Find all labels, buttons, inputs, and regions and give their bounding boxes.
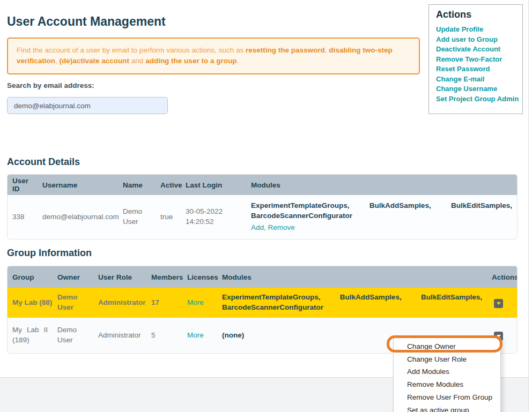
column-header-actions: Actions	[487, 266, 517, 288]
menu-item-remove-modules[interactable]: Remove Modules	[394, 378, 500, 391]
cell-user-id: 338	[8, 195, 38, 239]
actions-panel-title: Actions	[436, 9, 515, 20]
menu-item-set-as-active-group[interactable]: Set as active group	[394, 404, 500, 412]
account-table-row: 338 demo@elabjournal.com Demo User true …	[8, 195, 517, 239]
cell-user-role: Administrator	[93, 318, 146, 353]
action-link-change-email[interactable]: Change E-mail	[436, 74, 515, 85]
action-link-remove-two-factor[interactable]: Remove Two-Factor	[436, 55, 515, 65]
info-text-emphasis: adding the user to a group	[145, 57, 237, 65]
cell-members: 5	[146, 318, 182, 353]
search-label: Search by email address:	[7, 81, 94, 89]
group-information-heading: Group Information	[7, 248, 92, 259]
cell-members: 17	[146, 288, 182, 318]
row-actions-context-menu: Change Owner Change User Role Add Module…	[393, 338, 501, 412]
column-header-name: Name	[118, 175, 156, 195]
page: User Account Management Find the account…	[0, 0, 532, 412]
info-text-segment: Find the account of a user by email to p…	[17, 46, 246, 54]
add-module-link[interactable]: Add	[251, 223, 264, 231]
info-text-emphasis: resetting the password	[246, 46, 325, 54]
cell-last-login: 30-05-2022 14:20:52	[181, 195, 246, 239]
account-details-heading: Account Details	[7, 156, 80, 168]
info-banner: Find the account of a user by email to p…	[7, 38, 420, 74]
cell-name: Demo User	[118, 195, 156, 239]
group-table-header-row: Group Owner User Role Members Licenses M…	[8, 266, 517, 288]
column-header-members: Members	[146, 266, 182, 288]
cell-actions	[487, 288, 517, 318]
column-header-last-login: Last Login	[181, 175, 246, 195]
menu-item-change-user-role[interactable]: Change User Role	[394, 353, 500, 366]
column-header-active: Active	[156, 175, 181, 195]
page-right-edge-divider	[528, 0, 529, 412]
links-separator: ,	[264, 223, 268, 231]
menu-item-change-owner[interactable]: Change Owner	[394, 340, 500, 353]
column-header-modules: Modules	[217, 266, 487, 288]
action-link-reset-password[interactable]: Reset Password	[436, 64, 515, 74]
cell-licenses: More	[182, 318, 217, 353]
account-table-header-row: User ID Username Name Active Last Login …	[8, 175, 517, 195]
column-header-username: Username	[38, 175, 118, 195]
cell-active: true	[156, 195, 181, 239]
menu-item-remove-user-from-group[interactable]: Remove User From Group	[394, 391, 500, 404]
remove-module-link[interactable]: Remove	[268, 223, 295, 231]
column-header-group: Group	[8, 266, 53, 288]
cell-owner: Demo User	[53, 318, 93, 353]
column-header-user-id: User ID	[8, 175, 38, 195]
account-details-table: User ID Username Name Active Last Login …	[7, 174, 518, 239]
email-search-input[interactable]	[7, 97, 168, 114]
actions-panel: Actions Update Profile Add user to Group…	[428, 4, 523, 114]
modules-list: ExperimentTemplateGroups, BulkAddSamples…	[222, 293, 482, 313]
cell-modules: ExperimentTemplateGroups, BulkAddSamples…	[217, 288, 487, 318]
action-link-change-username[interactable]: Change Username	[436, 84, 515, 94]
action-link-deactivate-account[interactable]: Deactivate Account	[436, 44, 515, 55]
cell-username: demo@elabjournal.com	[38, 195, 118, 239]
action-link-set-project-group-admin[interactable]: Set Project Group Admin	[436, 94, 515, 104]
action-link-update-profile[interactable]: Update Profile	[436, 25, 515, 35]
cell-user-role: Administrator	[93, 288, 146, 318]
column-header-user-role: User Role	[93, 266, 146, 288]
caret-down-icon	[497, 302, 501, 305]
info-text-segment: ,	[55, 57, 60, 65]
cell-group: My Lab (88)	[8, 288, 53, 318]
page-title: User Account Management	[7, 14, 166, 29]
info-text-segment: and	[129, 57, 145, 65]
column-header-modules: Modules	[246, 175, 517, 195]
cell-group: My Lab II (189)	[8, 318, 53, 353]
cell-modules: ExperimentTemplateGroups, BulkAddSamples…	[246, 195, 517, 239]
column-header-licenses: Licenses	[182, 266, 217, 288]
action-link-add-user-to-group[interactable]: Add user to Group	[436, 35, 515, 45]
info-text-emphasis: (de)activate account	[60, 57, 130, 65]
info-text-segment: .	[237, 57, 239, 65]
modules-list: ExperimentTemplateGroups, BulkAddSamples…	[251, 201, 512, 221]
group-row-active: My Lab (88) Demo User Administrator 17 M…	[8, 288, 517, 318]
licenses-more-link[interactable]: More	[187, 298, 204, 306]
cell-owner: Demo User	[53, 288, 93, 318]
menu-item-add-modules[interactable]: Add Modules	[394, 365, 500, 378]
caret-down-icon	[497, 335, 501, 338]
column-header-owner: Owner	[53, 266, 93, 288]
licenses-more-link[interactable]: More	[187, 331, 204, 339]
row-actions-dropdown-button[interactable]	[494, 299, 503, 308]
cell-licenses: More	[182, 288, 217, 318]
